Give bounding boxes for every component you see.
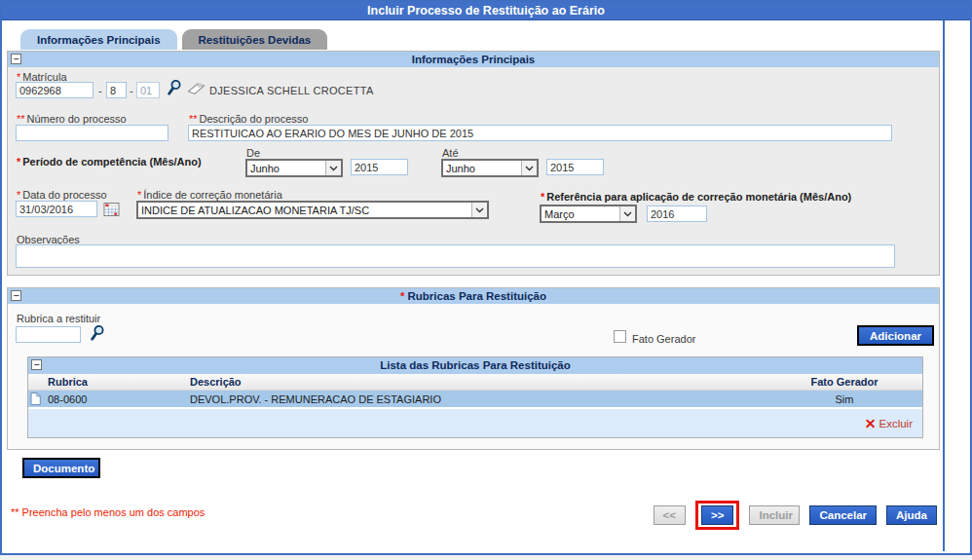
inner-frame-divider: [943, 20, 945, 551]
column-header-rubrica: Rubrica: [44, 376, 190, 388]
section-title: Informações Principais: [8, 52, 939, 67]
excluir-label: Excluir: [879, 418, 913, 429]
numero-processo-input[interactable]: [16, 125, 168, 141]
chevron-down-icon: [521, 161, 537, 175]
matricula-digit-input[interactable]: [106, 82, 127, 98]
incluir-button[interactable]: Incluir: [749, 505, 800, 525]
rubricas-restituicao-section: − *Rubricas Para Restituição Rubrica a r…: [7, 287, 940, 450]
form-frame: Incluir Processo de Restituição ao Erári…: [0, 0, 972, 555]
table-row[interactable]: 08-0600 DEVOL.PROV. - REMUNERACAO DE EST…: [28, 391, 922, 407]
ate-month-select[interactable]: Junho: [441, 159, 539, 177]
rubrica-restituir-label: Rubrica a restituir: [17, 313, 100, 324]
section-header: − *Rubricas Para Restituição: [8, 288, 939, 304]
data-processo-input[interactable]: [16, 201, 97, 217]
chevron-down-icon: [471, 203, 487, 217]
tab-bar: Informações Principais Restituições Devi…: [20, 29, 327, 50]
tab-informacoes-principais[interactable]: Informações Principais: [20, 29, 177, 50]
matricula-seq-input[interactable]: [136, 82, 160, 98]
indice-correcao-label: *Índice de correção monetária: [137, 189, 282, 201]
chevron-down-icon: [325, 161, 341, 175]
matricula-holder-name: DJESSICA SCHELL CROCETTA: [209, 85, 374, 96]
cell-descricao: DEVOL.PROV. - REMUNERACAO DE ESTAGIARIO: [190, 393, 766, 405]
action-buttons: << >> Incluir Cancelar Ajuda: [654, 501, 937, 530]
periodo-competencia-label: *Período de competência (Mês/Ano): [17, 156, 202, 168]
matricula-clear-icon[interactable]: [187, 83, 206, 97]
fato-gerador-checkbox[interactable]: [614, 330, 626, 343]
de-year-input[interactable]: [351, 159, 408, 175]
document-page-icon: [28, 392, 44, 405]
table-title: Lista das Rubricas Para Restituição: [28, 357, 922, 374]
validation-footnote: ** Preencha pelo menos um dos campos: [11, 506, 205, 518]
excluir-x-icon: ✕: [865, 418, 877, 429]
table-header-row: Rubrica Descrição Fato Gerador: [28, 374, 922, 391]
matricula-search-icon[interactable]: [167, 79, 181, 98]
rubricas-table: − Lista das Rubricas Para Restituição Ru…: [27, 356, 923, 438]
tab-restituicoes-devidas[interactable]: Restituições Devidas: [182, 29, 328, 50]
ate-label: Até: [442, 147, 459, 159]
descricao-processo-label: **Descrição do processo: [189, 113, 308, 125]
section-title: *Rubricas Para Restituição: [8, 288, 939, 304]
matricula-number-input[interactable]: [16, 82, 93, 98]
table-footer: ✕ Excluir: [28, 407, 922, 437]
rubrica-search-icon[interactable]: [90, 324, 104, 344]
rubrica-restituir-input[interactable]: [16, 326, 81, 343]
next-button[interactable]: >>: [701, 505, 733, 525]
page-title: Incluir Processo de Restituição ao Erári…: [2, 2, 970, 20]
cell-rubrica: 08-0600: [44, 393, 190, 405]
column-header-descricao: Descrição: [190, 376, 766, 388]
adicionar-button[interactable]: Adicionar: [857, 325, 934, 346]
chevron-down-icon: [619, 206, 635, 221]
calendar-icon[interactable]: [103, 201, 120, 219]
observacoes-input[interactable]: [16, 244, 895, 268]
referencia-correcao-label: *Referência para aplicação de correção m…: [541, 191, 851, 203]
excluir-button[interactable]: ✕ Excluir: [865, 418, 913, 429]
window: Incluir Processo de Restituição ao Erári…: [0, 0, 972, 560]
table-title-bar: − Lista das Rubricas Para Restituição: [28, 357, 922, 374]
de-month-select[interactable]: Junho: [245, 159, 343, 177]
informacoes-principais-section: − Informações Principais *Matrícula - - …: [7, 51, 940, 276]
matricula-separator: -: [130, 85, 133, 96]
fato-gerador-checkbox-label: Fato Gerador: [632, 333, 695, 345]
de-label: De: [246, 147, 260, 159]
column-header-fato-gerador: Fato Gerador: [766, 376, 922, 388]
section-header: − Informações Principais: [8, 52, 939, 67]
cell-fato-gerador: Sim: [766, 393, 922, 405]
referencia-year-input[interactable]: [647, 205, 707, 222]
indice-correcao-select[interactable]: INDICE DE ATUALIZACAO MONETARIA TJ/SC: [136, 201, 489, 219]
cancelar-button[interactable]: Cancelar: [809, 505, 877, 525]
ajuda-button[interactable]: Ajuda: [886, 505, 937, 525]
data-processo-label: *Data do processo: [17, 189, 107, 201]
matricula-separator: -: [98, 85, 102, 96]
prev-button[interactable]: <<: [654, 505, 686, 525]
annotation-highlight-box: >>: [695, 501, 739, 530]
referencia-month-select[interactable]: Março: [540, 205, 637, 223]
ate-year-input[interactable]: [546, 159, 604, 175]
numero-processo-label: **Número do processo: [17, 113, 127, 125]
documento-button[interactable]: Documento: [22, 458, 100, 478]
descricao-processo-input[interactable]: [188, 125, 892, 141]
